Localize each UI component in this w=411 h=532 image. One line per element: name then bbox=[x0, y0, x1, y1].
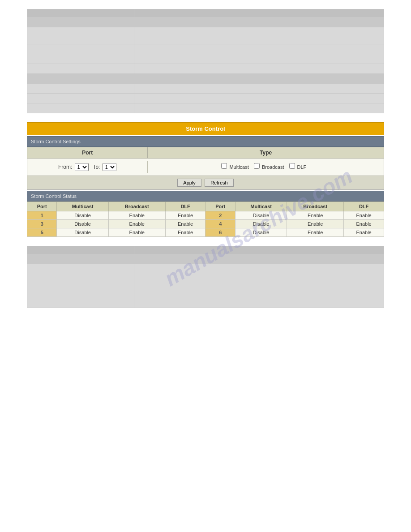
th-dlf1: DLF bbox=[165, 202, 206, 211]
status-cell: Enable bbox=[108, 211, 165, 220]
port-number-cell: 2 bbox=[206, 211, 235, 220]
apply-button[interactable]: Apply bbox=[177, 179, 201, 187]
to-label: To: bbox=[93, 164, 100, 170]
port-number-cell: 5 bbox=[27, 228, 57, 237]
to-select[interactable]: 1 2 3 4 5 6 bbox=[103, 163, 116, 171]
table-row: 3DisableEnableEnable4DisableEnableEnable bbox=[27, 220, 384, 228]
settings-input-row: From: 1 2 3 4 5 6 To: 1 2 3 bbox=[27, 159, 384, 176]
broadcast-checkbox[interactable] bbox=[254, 163, 260, 169]
th-multicast2: Multicast bbox=[235, 202, 287, 211]
refresh-button[interactable]: Refresh bbox=[205, 179, 234, 187]
from-label: From: bbox=[58, 164, 72, 170]
th-port1: Port bbox=[27, 202, 57, 211]
type-inputs-area: Multicast Broadcast DLF bbox=[148, 161, 384, 173]
port-number-cell: 4 bbox=[206, 220, 235, 228]
status-cell: Enable bbox=[344, 228, 384, 237]
port-number-cell: 6 bbox=[206, 228, 235, 237]
status-cell: Disable bbox=[57, 228, 108, 237]
port-inputs-area: From: 1 2 3 4 5 6 To: 1 2 3 bbox=[27, 161, 148, 173]
port-number-cell: 1 bbox=[27, 211, 57, 220]
multicast-checkbox[interactable] bbox=[221, 163, 227, 169]
status-cell: Disable bbox=[57, 211, 108, 220]
port-column-header: Port bbox=[27, 147, 148, 158]
status-cell: Enable bbox=[165, 220, 206, 228]
status-cell: Enable bbox=[287, 211, 344, 220]
storm-control-section: Storm Control Storm Control Settings Por… bbox=[27, 122, 384, 237]
th-port2: Port bbox=[206, 202, 235, 211]
table-row: 1DisableEnableEnable2DisableEnableEnable bbox=[27, 211, 384, 220]
th-broadcast2: Broadcast bbox=[287, 202, 344, 211]
status-cell: Disable bbox=[235, 220, 287, 228]
status-cell: Enable bbox=[165, 211, 206, 220]
storm-control-title: Storm Control bbox=[27, 122, 384, 135]
status-cell: Enable bbox=[165, 228, 206, 237]
storm-settings-body: Port Type From: 1 2 3 4 5 6 To: bbox=[27, 147, 384, 190]
dlf-checkbox-label: DLF bbox=[289, 164, 307, 170]
storm-settings-header: Storm Control Settings bbox=[27, 136, 384, 147]
port-number-cell: 3 bbox=[27, 220, 57, 228]
status-cell: Enable bbox=[108, 220, 165, 228]
status-cell: Enable bbox=[287, 228, 344, 237]
status-cell: Enable bbox=[287, 220, 344, 228]
status-cell: Disable bbox=[57, 220, 108, 228]
status-cell: Enable bbox=[344, 211, 384, 220]
bottom-placeholder-section bbox=[27, 246, 384, 308]
storm-status-table: Port Multicast Broadcast DLF Port Multic… bbox=[27, 202, 384, 237]
table-row: 5DisableEnableEnable6DisableEnableEnable bbox=[27, 228, 384, 237]
status-cell: Disable bbox=[235, 228, 287, 237]
type-column-header: Type bbox=[148, 147, 384, 158]
th-dlf2: DLF bbox=[344, 202, 384, 211]
status-cell: Disable bbox=[235, 211, 287, 220]
storm-status-header: Storm Control Status bbox=[27, 191, 384, 202]
broadcast-checkbox-label: Broadcast bbox=[254, 164, 286, 170]
settings-column-headers: Port Type bbox=[27, 147, 384, 159]
top-placeholder-section bbox=[27, 9, 384, 113]
settings-buttons-row: Apply Refresh bbox=[27, 176, 384, 189]
from-select[interactable]: 1 2 3 4 5 6 bbox=[75, 163, 89, 171]
th-broadcast1: Broadcast bbox=[108, 202, 165, 211]
multicast-checkbox-label: Multicast bbox=[221, 164, 250, 170]
status-cell: Enable bbox=[344, 220, 384, 228]
status-cell: Enable bbox=[108, 228, 165, 237]
th-multicast1: Multicast bbox=[57, 202, 108, 211]
dlf-checkbox[interactable] bbox=[289, 163, 295, 169]
